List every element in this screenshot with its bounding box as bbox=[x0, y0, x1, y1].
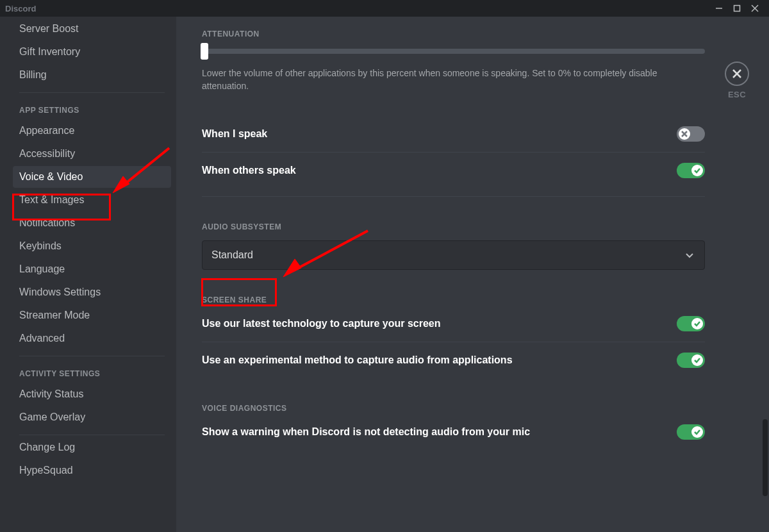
divider bbox=[19, 92, 165, 93]
latest-tech-toggle[interactable] bbox=[677, 316, 705, 331]
sidebar-item-hypesquad[interactable]: HypeSquad bbox=[13, 460, 171, 481]
sidebar-item-server-boost[interactable]: Server Boost bbox=[13, 18, 171, 40]
attenuation-help: Lower the volume of other applications b… bbox=[202, 67, 702, 93]
close-window-button[interactable] bbox=[746, 0, 764, 17]
sidebar-item-activity-status[interactable]: Activity Status bbox=[13, 383, 171, 405]
sidebar-item-keybinds[interactable]: Keybinds bbox=[13, 235, 171, 257]
check-icon bbox=[693, 428, 701, 436]
screen-share-title: SCREEN SHARE bbox=[202, 295, 705, 304]
slider-thumb[interactable] bbox=[201, 43, 208, 60]
divider bbox=[19, 356, 165, 356]
minimize-button[interactable] bbox=[710, 0, 728, 17]
window-title: Discord bbox=[5, 4, 710, 13]
when-i-speak-label: When I speak bbox=[202, 128, 267, 140]
audio-subsystem-select[interactable]: Standard bbox=[202, 240, 705, 270]
separator bbox=[202, 196, 705, 197]
sidebar-header-app-settings: APP SETTINGS bbox=[13, 94, 171, 119]
sidebar-item-change-log[interactable]: Change Log bbox=[13, 436, 171, 458]
experimental-audio-toggle[interactable] bbox=[677, 353, 705, 368]
check-icon bbox=[693, 167, 701, 174]
settings-content: ESC ATTENUATION Lower the volume of othe… bbox=[176, 17, 769, 532]
sidebar-item-text-images[interactable]: Text & Images bbox=[13, 189, 171, 211]
sidebar-header-activity-settings: ACTIVITY SETTINGS bbox=[13, 358, 171, 382]
scrollbar[interactable] bbox=[763, 18, 768, 531]
voice-diagnostics-title: VOICE DIAGNOSTICS bbox=[202, 404, 705, 413]
sidebar-item-game-overlay[interactable]: Game Overlay bbox=[13, 406, 171, 428]
close-icon bbox=[732, 69, 742, 79]
sidebar-item-advanced[interactable]: Advanced bbox=[13, 328, 171, 349]
sidebar-item-billing[interactable]: Billing bbox=[13, 64, 171, 86]
sidebar-item-appearance[interactable]: Appearance bbox=[13, 120, 171, 142]
when-others-speak-toggle[interactable] bbox=[677, 163, 705, 178]
attenuation-slider[interactable] bbox=[202, 47, 705, 54]
mic-warning-toggle[interactable] bbox=[677, 424, 705, 440]
sidebar-item-accessibility[interactable]: Accessibility bbox=[13, 143, 171, 165]
svg-rect-1 bbox=[734, 6, 740, 12]
when-i-speak-toggle[interactable] bbox=[677, 126, 705, 142]
divider bbox=[19, 435, 165, 435]
latest-tech-label: Use our latest technology to capture you… bbox=[202, 318, 441, 329]
esc-label: ESC bbox=[718, 90, 756, 99]
mic-warning-label: Show a warning when Discord is not detec… bbox=[202, 426, 530, 438]
check-icon bbox=[693, 356, 701, 364]
sidebar-item-windows-settings[interactable]: Windows Settings bbox=[13, 281, 171, 303]
maximize-button[interactable] bbox=[728, 0, 746, 17]
when-others-speak-label: When others speak bbox=[202, 165, 296, 176]
sidebar-item-language[interactable]: Language bbox=[13, 258, 171, 280]
titlebar: Discord bbox=[0, 0, 769, 17]
close-settings-button[interactable] bbox=[725, 62, 749, 86]
audio-subsystem-value: Standard bbox=[211, 249, 253, 261]
slider-track bbox=[202, 49, 705, 54]
x-icon bbox=[681, 130, 688, 138]
chevron-down-icon bbox=[684, 249, 695, 261]
sidebar-item-voice-video[interactable]: Voice & Video bbox=[13, 166, 171, 188]
check-icon bbox=[693, 320, 701, 328]
settings-sidebar: Server Boost Gift Inventory Billing APP … bbox=[0, 17, 176, 532]
sidebar-item-streamer-mode[interactable]: Streamer Mode bbox=[13, 304, 171, 326]
scrollbar-thumb[interactable] bbox=[763, 419, 768, 496]
sidebar-item-notifications[interactable]: Notifications bbox=[13, 212, 171, 234]
attenuation-title: ATTENUATION bbox=[202, 29, 743, 38]
experimental-audio-label: Use an experimental method to capture au… bbox=[202, 354, 513, 366]
sidebar-item-gift-inventory[interactable]: Gift Inventory bbox=[13, 41, 171, 63]
audio-subsystem-title: AUDIO SUBSYSTEM bbox=[202, 222, 705, 231]
